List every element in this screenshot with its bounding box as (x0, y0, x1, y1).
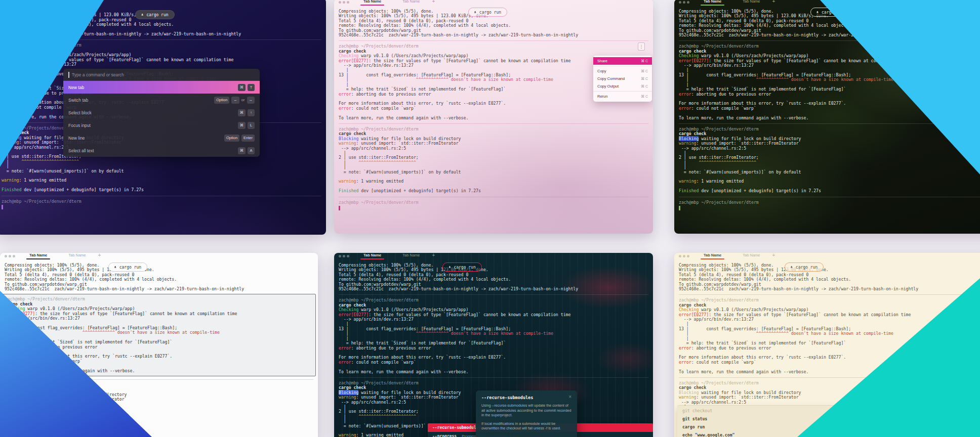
palette-item-label: New tab (68, 85, 84, 90)
plus-icon: + (98, 253, 101, 258)
terminal-block-git-push[interactable]: Compressing objects: 100% (5/5), done.Wr… (679, 263, 980, 291)
menu-item-share[interactable]: Share⌘ C (593, 57, 652, 65)
window-control-dot[interactable] (683, 1, 685, 4)
cargo-run-pill[interactable]: ∧ cargo run (108, 263, 148, 272)
new-tab-button[interactable]: + (772, 0, 775, 5)
tab-active[interactable]: Tab Name (22, 253, 54, 258)
palette-item-shortcuts: ⌘A (238, 147, 255, 154)
window-controls[interactable] (339, 255, 349, 257)
window-control-dot[interactable] (5, 255, 7, 257)
tab-inactive[interactable]: Tab Name (395, 0, 427, 5)
tab-active[interactable]: Tab Name (697, 0, 728, 5)
menu-divider (593, 91, 652, 92)
menu-item-copy-command[interactable]: Copy Command⌘ C (593, 75, 652, 82)
window-control-dot[interactable] (687, 255, 689, 257)
cargo-run-pill[interactable]: ∧ cargo run (468, 8, 508, 17)
tab-label: Tab Name (65, 0, 83, 3)
cargo-run-pill[interactable]: ∧ cargo run (785, 263, 824, 272)
key-chip: Option (224, 135, 239, 142)
terminal-line: zach@mbp ~/Projects/denver/dterm (2, 43, 321, 48)
palette-item-new-line[interactable]: New lineOptionEnter (63, 132, 260, 144)
tab-inactive[interactable]: Tab Name (58, 0, 90, 4)
menu-item-rerun[interactable]: Rerun⌘ C (593, 93, 652, 100)
new-tab-button[interactable]: + (772, 253, 775, 258)
window-controls[interactable] (2, 0, 12, 3)
terminal-block-git-push[interactable]: Compressing objects: 100% (5/5), done.Wr… (339, 263, 648, 291)
palette-item-switch-tab[interactable]: Switch tabOption←or→ (63, 94, 260, 106)
flag-tooltip: --recurse-submodules × Using --recurse-s… (476, 390, 577, 437)
terminal-line: --> app/src/bin/dev.rs:13:27 (679, 63, 980, 68)
window-controls[interactable] (5, 255, 15, 257)
menu-item-copy[interactable]: Copy⌘ C (593, 67, 652, 75)
palette-item-new-tab[interactable]: New tab⌘T (63, 81, 260, 94)
terminal-line: error: could not compile `warp` (5, 359, 313, 364)
new-tab-button[interactable]: + (432, 0, 435, 5)
text-cursor (679, 206, 680, 210)
window-control-dot[interactable] (347, 255, 349, 257)
window-control-dot[interactable] (339, 255, 341, 257)
palette-item-focus-input[interactable]: Focus input⌘L (63, 119, 260, 132)
window-control-dot[interactable] (10, 0, 12, 3)
tab-inactive[interactable]: Tab Name (736, 253, 767, 258)
terminal-line: warning: 1 warning emitted (5, 435, 313, 437)
window-control-dot[interactable] (679, 255, 681, 257)
cargo-run-pill[interactable]: ∧ cargo run (135, 10, 175, 19)
terminal-block-cargo-check-error[interactable]: zach@mbp ~/Projects/denver/dtermcargo ch… (339, 294, 648, 374)
cargo-run-pill[interactable]: ∧ cargo run (442, 263, 482, 272)
window-control-dot[interactable] (347, 1, 349, 4)
history-item-echo-www-google-com[interactable]: echo "www.google.com" (677, 431, 980, 437)
window-control-dot[interactable] (9, 255, 11, 257)
tab-active[interactable]: Tab Name (697, 253, 728, 258)
window-controls[interactable] (679, 1, 689, 4)
window-control-dot[interactable] (687, 1, 689, 4)
menu-item-label: Copy Command (597, 76, 625, 81)
terminal-line: zach@mbp ~/Projects/denver/dterm (679, 127, 980, 132)
window-control-dot[interactable] (343, 255, 345, 257)
window-control-dot[interactable] (13, 255, 15, 257)
plus-icon: + (432, 253, 435, 258)
window-control-dot[interactable] (6, 0, 8, 3)
window-controls[interactable] (679, 255, 689, 257)
terminal-block-cargo-check-warning[interactable]: zach@mbp ~/Projects/denver/dtermcargo ch… (5, 379, 313, 437)
history-item-cargo-run[interactable]: cargo run (677, 423, 980, 431)
tab-active[interactable]: Tab Name (356, 253, 388, 258)
kebab-menu-icon[interactable]: ⋮ (638, 42, 645, 51)
terminal-line: error: could not compile `warp` (339, 360, 648, 365)
terminal-block-cargo-check-error[interactable]: zach@mbp ~/Projects/denver/dtermcargo ch… (2, 294, 316, 376)
window-controls[interactable] (339, 1, 349, 4)
new-tab-button[interactable]: + (432, 253, 435, 258)
tab-inactive[interactable]: Tab Name (736, 0, 767, 5)
terminal-window-dark: Tab Name Tab Name + Compressing objects:… (334, 253, 653, 437)
window-control-dot[interactable] (2, 0, 4, 3)
terminal-block-cargo-check-warning[interactable]: zach@mbp ~/Projects/denver/dtermcargo ch… (339, 123, 648, 194)
terminal-block-cargo-check-warning[interactable]: zach@mbp ~/Projects/denver/dtermcargo ch… (679, 123, 980, 194)
terminal-line: To learn more, run the command again wit… (339, 116, 648, 120)
menu-item-copy-output[interactable]: Copy Output⌘ C (593, 82, 652, 90)
close-icon[interactable]: × (568, 395, 571, 399)
key-chip: ⌘ (238, 147, 246, 154)
terminal-block-prompt[interactable]: zach@mbp ~/Projects/denver/dterm (679, 197, 980, 211)
command-palette-input[interactable]: Type a command or search (63, 69, 260, 81)
palette-item-select-block[interactable]: Select block⌘↑ (63, 106, 260, 119)
window-control-dot[interactable] (679, 1, 681, 4)
palette-item-select-all-text[interactable]: Select all text⌘A (63, 144, 260, 157)
window-control-dot[interactable] (343, 1, 345, 4)
new-tab-button[interactable]: + (98, 253, 101, 258)
new-tab-button[interactable]: + (95, 0, 98, 4)
window-control-dot[interactable] (339, 1, 341, 4)
terminal-block-prompt[interactable]: zach@mbp ~/Projects/denver/dterm (2, 196, 321, 210)
key-chip: ← (231, 97, 239, 104)
tab-active[interactable]: Tab Name (19, 0, 51, 4)
cargo-run-pill[interactable]: ∧ cargo run (810, 8, 850, 17)
tab-active[interactable]: Tab Name (356, 0, 388, 5)
chevron-up-icon: ∧ (448, 265, 451, 269)
tab-inactive[interactable]: Tab Name (395, 253, 427, 258)
terminal-line: warning: 1 warning emitted (2, 178, 321, 183)
terminal-block-cargo-check-error[interactable]: zach@mbp ~/Projects/denver/dtermcargo ch… (679, 40, 980, 120)
window-control-dot[interactable] (683, 255, 685, 257)
history-item-git-status[interactable]: git status (677, 415, 980, 423)
terminal-block-cargo-check-error[interactable]: zach@mbp ~/Projects/denver/dtermcargo ch… (679, 294, 980, 374)
terminal-block-git-push[interactable]: Compressing objects: 100% (5/5), done.Wr… (5, 263, 313, 291)
tab-inactive[interactable]: Tab Name (61, 253, 93, 258)
terminal-block-prompt[interactable]: zach@mbp ~/Projects/denver/dterm (339, 197, 648, 211)
